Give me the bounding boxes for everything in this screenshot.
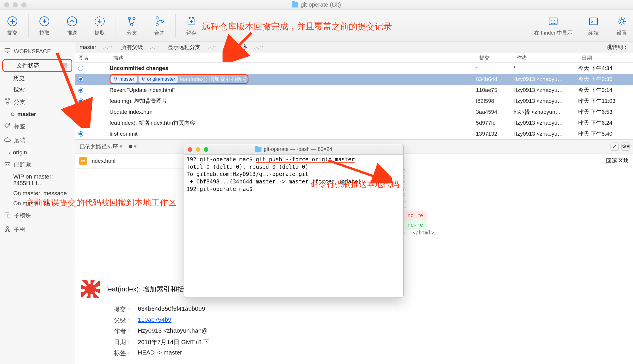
- col-date[interactable]: 日期: [578, 54, 633, 61]
- svg-point-5: [133, 17, 135, 20]
- diff-panel: ⤢ ⚙︎▾ 回滚区块 23242526272829t: no-ret: no-r…: [394, 140, 633, 364]
- monitor-icon: [4, 47, 11, 56]
- commit-row[interactable]: masterorigin/master feat(index): 增加索引和括号…: [75, 74, 633, 85]
- commit-icon: [6, 15, 19, 28]
- terminal-window[interactable]: git-operate — -bash — 80×24 192:git-oper…: [184, 144, 404, 298]
- stash-icon: [185, 15, 198, 28]
- svg-point-19: [7, 103, 8, 104]
- diff-gear-icon[interactable]: ⚙︎▾: [621, 143, 630, 151]
- branch-button[interactable]: 分支: [125, 15, 139, 36]
- terminal-button[interactable]: 终端: [586, 15, 601, 36]
- svg-point-6: [131, 24, 133, 26]
- svg-point-30: [142, 77, 143, 78]
- annotation-left: 之前错误提交的代码被回撤到本地工作区: [26, 197, 176, 208]
- minimize-icon[interactable]: [196, 147, 200, 152]
- svg-point-4: [128, 17, 131, 20]
- sidebar-branch-master[interactable]: master: [0, 109, 75, 119]
- svg-point-29: [115, 80, 116, 81]
- branches-section[interactable]: 分支: [0, 95, 75, 109]
- svg-point-9: [161, 20, 163, 22]
- stash-button[interactable]: 暂存: [184, 15, 199, 36]
- submodule-icon: [4, 211, 11, 220]
- subtrees-section[interactable]: 子树: [0, 223, 75, 237]
- remotes-section[interactable]: 远端: [0, 133, 75, 147]
- svg-point-20: [8, 124, 9, 125]
- list-style-dropdown[interactable]: ≡: [129, 143, 137, 150]
- parent-link[interactable]: 110ae754b9: [138, 316, 172, 323]
- svg-rect-16: [5, 48, 10, 52]
- commit-graph: Uncommitted changes**今天 下午4:34masterorig…: [75, 63, 633, 139]
- merge-icon: [153, 15, 166, 28]
- push-button[interactable]: 推送: [65, 15, 79, 36]
- branch-pill[interactable]: master: [111, 75, 137, 83]
- jump-to-label: 跳转到：: [606, 43, 628, 51]
- branch-pill[interactable]: origin/master: [139, 75, 178, 83]
- rollback-header[interactable]: 回滚区块: [394, 153, 633, 168]
- annotation-top: 远程仓库版本回撤完成，并且覆盖之前的提交记录: [202, 21, 392, 33]
- tags-section[interactable]: 标签: [0, 119, 75, 133]
- svg-point-7: [156, 17, 158, 19]
- sidebar-file-status[interactable]: 文件状态 1: [3, 60, 71, 71]
- window-traffic-lights[interactable]: [4, 2, 27, 7]
- col-graph[interactable]: 图表: [75, 54, 110, 61]
- diff-toolbar: ⤢ ⚙︎▾: [394, 140, 633, 153]
- col-desc[interactable]: 描述: [110, 54, 476, 61]
- author-avatar: [81, 280, 100, 298]
- svg-point-17: [5, 99, 7, 100]
- folder-icon: [255, 147, 261, 152]
- terminal-icon: [587, 15, 600, 28]
- filter-parents[interactable]: 所有父级︿﹀: [121, 43, 159, 51]
- tag-icon: [4, 122, 11, 130]
- col-commit[interactable]: 提交: [476, 54, 513, 61]
- terminal-titlebar: git-operate — -bash — 80×24: [184, 144, 403, 155]
- window-titlebar: git-operate (Git): [0, 0, 633, 10]
- commit-row[interactable]: first commit1397132Hzy0913 <zhaoyu…昨天 下午…: [75, 128, 633, 139]
- commit-row[interactable]: feat(img): 增加背景图片f89f598Hzy0913 <zhaoyu……: [75, 96, 633, 107]
- file-status-badge: 1: [60, 63, 67, 68]
- commit-button[interactable]: 提交: [5, 15, 20, 36]
- minimize-icon[interactable]: [13, 2, 18, 7]
- show-in-finder-button[interactable]: 在 Finder 中显示: [534, 15, 572, 36]
- col-author[interactable]: 作者: [513, 54, 578, 61]
- filter-order[interactable]: 层级顺序︿﹀: [225, 43, 263, 51]
- window-title-text: git-operate (Git): [301, 1, 341, 8]
- commit-row[interactable]: feat(index): 新增index.htm首页内容5d977fcHzy09…: [75, 117, 633, 128]
- sidebar-history[interactable]: 历史: [0, 73, 75, 84]
- diff-expand-icon[interactable]: ⤢: [611, 143, 619, 151]
- maximize-icon[interactable]: [21, 2, 27, 7]
- subtree-icon: [4, 225, 11, 234]
- path-sort-dropdown[interactable]: 已依照路径排序: [80, 143, 123, 150]
- svg-point-8: [156, 24, 158, 26]
- svg-point-24: [7, 226, 8, 228]
- commit-row[interactable]: Update index.html3aa4594韩兆赟 <zhaoyun…昨天 …: [75, 107, 633, 117]
- commit-row[interactable]: Revert "Update index.html"110ae75Hzy0913…: [75, 85, 633, 96]
- stashes-section[interactable]: 已贮藏: [0, 158, 75, 172]
- svg-point-12: [193, 17, 194, 18]
- terminal-body[interactable]: 192:git-operate mac$ git push --force or…: [184, 155, 403, 297]
- filter-branch[interactable]: master︿﹀: [80, 43, 112, 51]
- stash-item[interactable]: WIP on master: 2455f11 f…: [0, 172, 75, 188]
- sidebar-search[interactable]: 搜索: [0, 84, 75, 95]
- commit-row[interactable]: Uncommitted changes**今天 下午4:34: [75, 63, 633, 74]
- commit-title: feat(index): 增加索引和括号: [106, 285, 191, 294]
- close-icon[interactable]: [188, 147, 192, 152]
- fetch-button[interactable]: 抓取: [93, 15, 107, 36]
- svg-point-27: [114, 77, 115, 78]
- settings-button[interactable]: 设置: [615, 15, 629, 36]
- close-icon[interactable]: [4, 2, 9, 7]
- svg-point-32: [143, 80, 144, 81]
- submodules-section[interactable]: 子模块: [0, 208, 75, 223]
- pull-button[interactable]: 拉取: [37, 15, 52, 36]
- filter-remote[interactable]: 显示远程分支︿﹀: [168, 43, 217, 51]
- svg-point-18: [8, 99, 10, 100]
- file-modified-icon: •••: [79, 157, 87, 165]
- window-title: git-operate (Git): [292, 1, 341, 8]
- terminal-title-text: git-operate — -bash — 80×24: [264, 146, 332, 152]
- sidebar-remote-origin[interactable]: origin: [0, 147, 75, 158]
- merge-button[interactable]: 合并: [152, 15, 167, 36]
- maximize-icon[interactable]: [204, 147, 208, 152]
- branch-icon: [125, 15, 138, 28]
- finder-icon: [547, 15, 559, 28]
- terminal-traffic-lights[interactable]: [188, 147, 208, 152]
- svg-point-11: [189, 17, 190, 18]
